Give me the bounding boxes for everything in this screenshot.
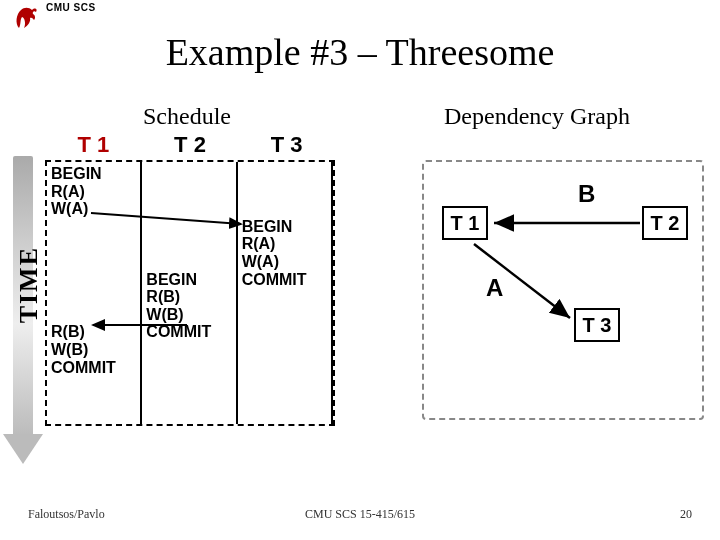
schedule-header-t3: T 3: [238, 132, 335, 158]
schedule-header-t2: T 2: [142, 132, 239, 158]
graph-node-t2: T 2: [642, 206, 688, 240]
dependency-graph-heading: Dependency Graph: [444, 103, 630, 130]
schedule-col-t1: BEGIN R(A) W(A) R(B) W(B) COMMIT: [47, 162, 142, 424]
time-axis-label: TIME: [14, 246, 44, 323]
graph-node-t3: T 3: [574, 308, 620, 342]
schedule-col-t2: BEGIN R(B) W(B) COMMIT: [142, 162, 237, 424]
graph-node-t1: T 1: [442, 206, 488, 240]
schedule-col-t3: BEGIN R(A) W(A) COMMIT: [238, 162, 333, 424]
dependency-graph: B A T 1 T 2 T 3: [422, 160, 704, 420]
institution-code: CMU SCS: [46, 2, 96, 13]
schedule-header-t1: T 1: [45, 132, 142, 158]
slide-title: Example #3 – Threesome: [0, 30, 720, 74]
schedule-heading: Schedule: [143, 103, 231, 130]
schedule-table: T 1 T 2 T 3 BEGIN R(A) W(A) R(B) W(B) CO…: [45, 132, 335, 426]
edge-label-a: A: [486, 274, 503, 302]
cmu-scotty-logo: [14, 4, 38, 30]
footer-course: CMU SCS 15-415/615: [0, 507, 720, 522]
edge-label-b: B: [578, 180, 595, 208]
